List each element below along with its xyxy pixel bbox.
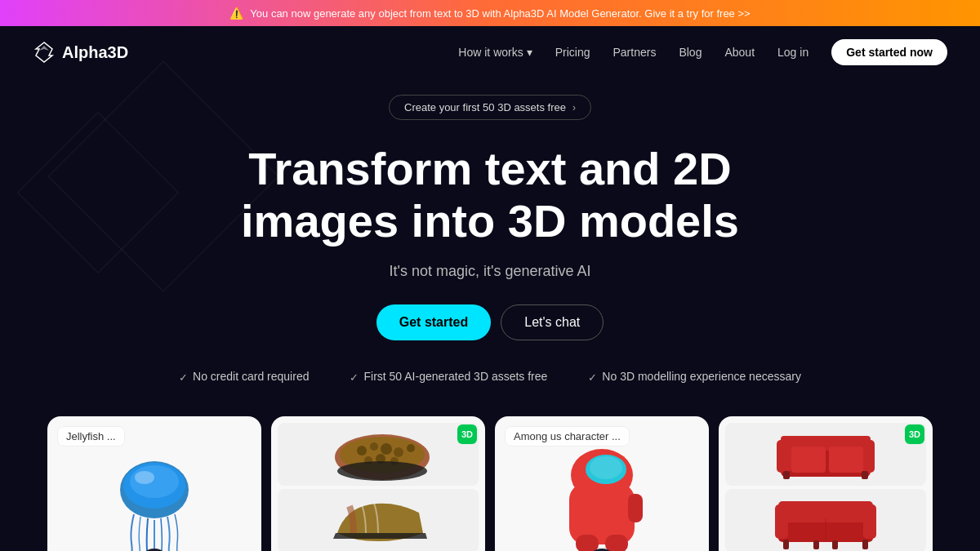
logo[interactable]: Alpha3D <box>33 41 128 64</box>
svg-rect-28 <box>783 471 790 479</box>
svg-rect-33 <box>863 504 876 539</box>
navbar: Alpha3D How it works ▾ Pricing Partners … <box>0 26 980 78</box>
svg-rect-37 <box>832 540 838 549</box>
svg-point-7 <box>370 442 378 451</box>
card-shoe[interactable]: 3D <box>271 416 485 551</box>
nav-pricing[interactable]: Pricing <box>555 46 590 59</box>
nav-partners[interactable]: Partners <box>613 46 657 59</box>
hero-features: ✓ No credit card required ✓ First 50 AI-… <box>179 370 801 384</box>
svg-rect-32 <box>775 504 788 539</box>
feature-free-assets: ✓ First 50 AI-generated 3D assets free <box>350 370 547 384</box>
hero-section: Create your first 50 3D assets free › Tr… <box>0 78 980 416</box>
svg-rect-24 <box>777 440 791 473</box>
logo-text: Alpha3D <box>62 43 128 62</box>
top-banner[interactable]: ⚠️ You can now generate any object from … <box>0 0 980 26</box>
hero-badge[interactable]: Create your first 50 3D assets free › <box>389 95 591 120</box>
nav-blog[interactable]: Blog <box>679 46 702 59</box>
svg-rect-20 <box>576 535 599 551</box>
svg-rect-19 <box>628 494 643 522</box>
nav-links: How it works ▾ Pricing Partners Blog Abo… <box>458 39 947 65</box>
card-sofa[interactable]: 3D <box>719 416 933 551</box>
card-among-us[interactable]: Among us character ... ⟳ <box>495 416 709 551</box>
card-jellyfish[interactable]: Jellyfish ... <box>47 416 261 551</box>
hero-buttons: Get started Let's chat <box>376 304 604 340</box>
svg-rect-29 <box>862 471 868 479</box>
among-us-svg <box>545 438 659 551</box>
nav-cta-button[interactable]: Get started now <box>831 39 947 65</box>
svg-point-3 <box>135 471 154 484</box>
svg-rect-21 <box>605 535 628 551</box>
card-jellyfish-label: Jellyfish ... <box>57 426 125 447</box>
sofa-side-svg <box>768 489 883 551</box>
get-started-button[interactable]: Get started <box>376 304 491 340</box>
jellyfish-svg <box>89 437 220 551</box>
chevron-down-icon: ▾ <box>527 46 532 59</box>
svg-rect-27 <box>829 447 863 473</box>
card-sofa-side-image <box>725 489 926 551</box>
svg-rect-26 <box>791 447 826 473</box>
card-sofa-badge: 3D <box>905 424 924 444</box>
nav-how-it-works[interactable]: How it works ▾ <box>458 46 532 59</box>
feature-no-experience: ✓ No 3D modelling experience necessary <box>588 370 801 384</box>
card-shoe-badge: 3D <box>457 424 477 444</box>
card-shoe-top-image <box>278 423 479 487</box>
card-among-us-label: Among us character ... <box>505 426 630 447</box>
svg-point-8 <box>381 443 392 455</box>
logo-icon <box>33 41 56 64</box>
shoe-side-svg <box>321 489 435 551</box>
hero-title: Transform text and 2D images into 3D mod… <box>241 143 739 248</box>
sofa-top-svg <box>768 424 883 485</box>
nav-about[interactable]: About <box>724 46 755 59</box>
check-icon-2: ✓ <box>350 371 359 384</box>
svg-rect-38 <box>862 540 868 549</box>
badge-arrow-icon: › <box>572 102 576 113</box>
cards-row: Jellyfish ... <box>0 416 980 551</box>
banner-text: You can now generate any object from tex… <box>250 7 750 20</box>
banner-warning-icon: ⚠️ <box>229 7 243 20</box>
lets-chat-button[interactable]: Let's chat <box>501 304 604 340</box>
svg-rect-36 <box>813 540 819 549</box>
feature-no-credit-card: ✓ No credit card required <box>179 370 309 384</box>
card-shoe-side-image <box>278 489 479 551</box>
svg-point-18 <box>590 456 622 479</box>
svg-point-10 <box>407 444 415 452</box>
nav-login[interactable]: Log in <box>777 46 808 59</box>
svg-rect-35 <box>783 540 789 549</box>
check-icon-3: ✓ <box>588 371 597 384</box>
hero-subtitle: It's not magic, it's generative AI <box>390 263 591 280</box>
check-icon-1: ✓ <box>179 371 188 384</box>
diamond-shape-2 <box>17 112 179 273</box>
svg-point-14 <box>337 461 427 481</box>
hero-badge-text: Create your first 50 3D assets free <box>404 101 566 113</box>
svg-point-6 <box>357 446 367 455</box>
card-sofa-top-image <box>725 423 926 487</box>
shoe-top-svg <box>321 426 435 483</box>
svg-point-9 <box>394 447 403 457</box>
